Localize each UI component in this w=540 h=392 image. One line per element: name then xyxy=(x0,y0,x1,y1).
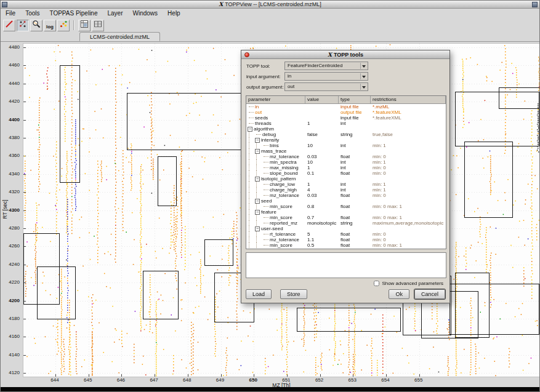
tree-collapse-icon[interactable]: − xyxy=(255,226,260,231)
menu-windows[interactable]: Windows xyxy=(128,9,163,18)
input-argument-select[interactable]: in xyxy=(284,72,368,81)
param-restrictions: min: 1 xyxy=(371,182,446,187)
param-row-min_spectra[interactable]: min_spectra10intmin: 1 xyxy=(246,159,446,165)
param-value[interactable]: 0.8 xyxy=(305,204,339,209)
param-row-debug[interactable]: debugfalsestringtrue,false xyxy=(246,132,446,137)
param-row-rt_tolerance[interactable]: rt_tolerance5floatmin: 0 xyxy=(246,231,446,237)
param-row-charge_low[interactable]: charge_low1intmin: 1 xyxy=(246,182,446,187)
y-tick-label: 4140 xyxy=(1,352,21,358)
param-row-feature[interactable]: −feature xyxy=(246,209,446,215)
x11-app-icon: X xyxy=(328,52,332,58)
param-row-algorithm[interactable]: −algorithm xyxy=(246,126,446,132)
tree-line xyxy=(249,148,254,154)
param-row-min_score[interactable]: min_score0.8floatmin: 0 max: 1 xyxy=(246,204,446,209)
param-value[interactable]: 0.03 xyxy=(305,154,339,159)
column-header-restrictions[interactable]: restrictions xyxy=(371,96,446,103)
view-2d-button[interactable] xyxy=(17,20,29,31)
menu-file[interactable]: File xyxy=(1,9,20,18)
param-value[interactable]: 10 xyxy=(305,143,339,148)
tree-collapse-icon[interactable]: − xyxy=(255,199,260,204)
param-row-isotopic_pattern[interactable]: −isotopic_pattern xyxy=(246,176,446,182)
dialog-titlebar[interactable]: X TOPP tools xyxy=(241,50,449,59)
param-value[interactable]: monoisotopic xyxy=(305,220,339,226)
cancel-button[interactable]: Cancel xyxy=(414,289,445,299)
param-row-in[interactable]: ininput file*.mzML xyxy=(246,104,446,110)
window-close-button[interactable] xyxy=(532,2,538,7)
param-row-slope_bound[interactable]: slope_bound0.1floatmin: 0 xyxy=(246,170,446,176)
param-row-charge_high[interactable]: charge_high4intmin: 1 xyxy=(246,187,446,193)
menu-toppas-pipeline[interactable]: TOPPAS Pipeline xyxy=(44,9,102,18)
column-header-type[interactable]: type xyxy=(339,96,371,103)
param-row-max_missing[interactable]: max_missing1intmin: 0 xyxy=(246,165,446,170)
menu-layer[interactable]: Layer xyxy=(103,9,128,18)
tab-lcms-centroided[interactable]: LCMS-centroided.mzML xyxy=(79,32,160,41)
y-tick-label: 4440 xyxy=(1,81,21,86)
param-value[interactable]: 0.1 xyxy=(305,170,339,176)
param-value[interactable]: 10 xyxy=(305,159,339,165)
param-row-out[interactable]: outoutput file*.featureXML xyxy=(246,110,446,115)
tree-stub xyxy=(249,123,254,124)
window-menu-button[interactable] xyxy=(2,2,7,7)
param-row-seed[interactable]: −seed xyxy=(246,198,446,204)
menu-help[interactable]: Help xyxy=(163,9,185,18)
projections-button[interactable] xyxy=(78,20,91,31)
ok-button[interactable]: Ok xyxy=(389,289,409,299)
param-row-seeds[interactable]: seedsinput file*.featureXML xyxy=(246,115,446,121)
param-row-user-seed[interactable]: −user-seed xyxy=(246,226,446,231)
y-tick-label: 4120 xyxy=(1,370,21,375)
param-row-min_score[interactable]: min_score0.7floatmin: 0 max: 1 xyxy=(246,215,446,220)
param-row-intensity[interactable]: −intensity xyxy=(246,137,446,143)
zoom-button[interactable] xyxy=(30,20,42,31)
param-restrictions: maximum,average,monoisotopic xyxy=(371,220,446,226)
show-advanced-label[interactable]: Show advanced parameters xyxy=(382,281,443,286)
dialog-close-icon[interactable] xyxy=(244,52,249,57)
y-tick-label: 4300 xyxy=(1,207,21,213)
param-row-mz_tolerance[interactable]: mz_tolerance0.03floatmin: 0 xyxy=(246,154,446,159)
column-header-parameter[interactable]: parameter xyxy=(246,96,305,103)
tree-line xyxy=(249,237,254,242)
param-name: charge_low xyxy=(270,182,295,187)
param-row-bins[interactable]: bins10intmin: 1 xyxy=(246,143,446,148)
store-button[interactable]: Store xyxy=(280,289,307,299)
log-intensity-button[interactable]: log xyxy=(44,20,56,31)
param-row-threads[interactable]: threads1int xyxy=(246,121,446,126)
table-icon xyxy=(94,20,102,31)
x-tick-label: 650 xyxy=(244,377,262,383)
param-row-reported_mz[interactable]: reported_mzmonoisotopicstringmaximum,ave… xyxy=(246,220,446,226)
tree-line xyxy=(256,159,261,165)
parameter-description-box xyxy=(246,252,446,278)
param-value[interactable]: false xyxy=(305,132,339,137)
param-value[interactable]: 4 xyxy=(305,187,339,193)
param-row-mz_tolerance[interactable]: mz_tolerance1.1floatmin: 0 xyxy=(246,237,446,242)
load-button[interactable]: Load xyxy=(246,289,272,299)
tree-collapse-icon[interactable]: − xyxy=(255,210,260,215)
tree-collapse-icon[interactable]: − xyxy=(255,138,260,143)
column-header-value[interactable]: value xyxy=(305,96,339,103)
view-1d-button[interactable] xyxy=(3,20,15,31)
tree-collapse-icon[interactable]: − xyxy=(255,149,260,154)
window-titlebar[interactable]: X TOPPView -- [LCMS-centroided.mzML] xyxy=(1,1,539,9)
param-value[interactable]: 0.5 xyxy=(305,242,339,248)
tree-line xyxy=(249,193,254,198)
menu-tools[interactable]: Tools xyxy=(20,9,44,18)
param-value[interactable]: 0.7 xyxy=(305,215,339,220)
param-value[interactable]: 1 xyxy=(305,182,339,187)
tree-collapse-icon[interactable]: − xyxy=(255,177,260,182)
bottom-strip xyxy=(1,387,539,391)
tree-collapse-icon[interactable]: − xyxy=(248,127,252,132)
param-value[interactable]: 1.1 xyxy=(305,237,339,242)
param-value[interactable]: 1 xyxy=(305,165,339,170)
topp-tool-select[interactable]: FeatureFinderCentroided xyxy=(284,62,368,70)
statistics-button[interactable] xyxy=(92,20,104,31)
param-value[interactable]: 1 xyxy=(305,121,339,126)
show-advanced-checkbox[interactable] xyxy=(374,281,379,286)
param-row-mass_trace[interactable]: −mass_trace xyxy=(246,148,446,154)
param-value[interactable]: 0.03 xyxy=(305,193,339,198)
param-value[interactable]: 5 xyxy=(305,231,339,237)
x-tick-label: 654 xyxy=(376,377,395,383)
param-row-mz_tolerance[interactable]: mz_tolerance0.03floatmin: 0 xyxy=(246,193,446,198)
intensity-mode-button[interactable] xyxy=(57,20,70,31)
param-row-min_score[interactable]: min_score0.5floatmin: 0 max: 1 xyxy=(246,242,446,248)
output-argument-select[interactable]: out xyxy=(284,82,368,91)
param-type: float xyxy=(339,204,371,209)
